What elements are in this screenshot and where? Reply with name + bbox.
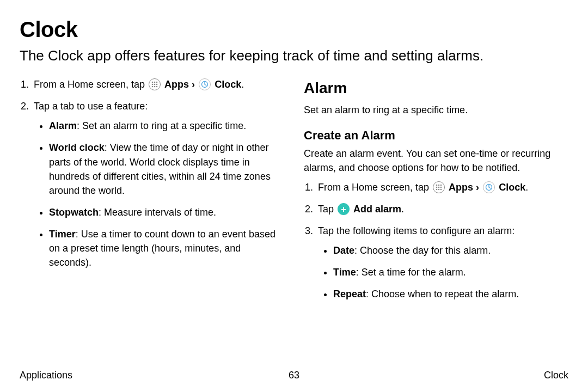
right-step-1: From a Home screen, tap Apps › Clock.	[316, 180, 568, 194]
add-alarm-label: Add alarm	[353, 204, 401, 215]
alarm-intro: Set an alarm to ring at a specific time.	[304, 103, 568, 117]
left-column: From a Home screen, tap Apps › Clock. Ta…	[20, 77, 284, 309]
step-text: Tap	[318, 204, 336, 215]
clock-icon	[199, 78, 211, 90]
right-step-3: Tap the following items to configure an …	[316, 224, 568, 301]
feature-desc: : Use a timer to count down to an event …	[49, 229, 275, 268]
left-step-1: From a Home screen, tap Apps › Clock.	[32, 77, 284, 91]
config-item: Time: Set a time for the alarm.	[333, 265, 568, 279]
feature-desc: : Set an alarm to ring at a specific tim…	[77, 120, 246, 131]
footer-right: Clock	[544, 370, 568, 381]
config-desc: : Choose the day for this alarm.	[354, 245, 491, 256]
feature-item: Alarm: Set an alarm to ring at a specifi…	[49, 119, 284, 133]
svg-point-10	[436, 185, 438, 186]
config-item: Date: Choose the day for this alarm.	[333, 243, 568, 258]
step-text: From a Home screen, tap	[34, 79, 148, 90]
svg-point-14	[438, 187, 440, 188]
clock-label: Clock	[499, 182, 525, 193]
config-name: Time	[333, 267, 356, 278]
svg-point-0	[152, 82, 154, 83]
create-alarm-heading: Create an Alarm	[304, 127, 568, 144]
create-alarm-intro: Create an alarm event. You can set one-t…	[304, 146, 568, 175]
feature-item: World clock: View the time of day or nig…	[49, 140, 284, 197]
feature-name: Timer	[49, 229, 76, 240]
svg-point-12	[440, 185, 442, 186]
footer-left: Applications	[20, 370, 72, 381]
clock-label: Clock	[215, 79, 241, 90]
feature-desc: : Measure intervals of time.	[99, 207, 216, 218]
footer-page-number: 63	[289, 370, 299, 381]
apps-label: Apps	[449, 182, 473, 193]
svg-point-2	[156, 82, 158, 83]
config-desc: : Choose when to repeat the alarm.	[366, 289, 519, 299]
svg-point-8	[156, 86, 158, 88]
left-step-2: Tap a tab to use a feature: Alarm: Set a…	[32, 99, 284, 270]
config-name: Repeat	[333, 289, 366, 299]
page-subtitle: The Clock app offers features for keepin…	[20, 47, 568, 64]
svg-point-17	[438, 189, 440, 191]
config-item: Repeat: Choose when to repeat the alarm.	[333, 287, 568, 301]
step-text: Tap a tab to use a feature:	[34, 101, 148, 112]
clock-icon	[483, 181, 495, 193]
apps-icon	[149, 78, 161, 90]
step-text: Tap the following items to configure an …	[318, 225, 514, 236]
alarm-heading: Alarm	[304, 77, 568, 100]
chevron-icon: ›	[192, 79, 195, 90]
config-name: Date	[333, 245, 354, 256]
svg-point-1	[154, 82, 156, 83]
right-steps-list: From a Home screen, tap Apps › Clock. Ta…	[304, 180, 568, 302]
feature-name: Stopwatch	[49, 207, 99, 218]
step-text: From a Home screen, tap	[318, 182, 432, 193]
svg-point-11	[438, 185, 440, 186]
svg-point-18	[440, 189, 442, 191]
content-columns: From a Home screen, tap Apps › Clock. Ta…	[20, 77, 568, 309]
apps-icon	[433, 181, 445, 193]
svg-point-4	[154, 84, 156, 85]
svg-point-7	[154, 86, 156, 88]
period: .	[241, 79, 244, 90]
left-steps-list: From a Home screen, tap Apps › Clock. Ta…	[20, 77, 284, 270]
feature-name: World clock	[49, 142, 105, 153]
features-list: Alarm: Set an alarm to ring at a specifi…	[34, 119, 284, 270]
svg-point-6	[152, 86, 154, 88]
period: .	[401, 204, 404, 215]
right-column: Alarm Set an alarm to ring at a specific…	[304, 77, 568, 309]
svg-point-13	[436, 187, 438, 188]
config-list: Date: Choose the day for this alarm. Tim…	[318, 243, 568, 301]
config-desc: : Set a time for the alarm.	[356, 267, 466, 278]
right-step-2: Tap + Add alarm.	[316, 202, 568, 216]
feature-item: Timer: Use a timer to count down to an e…	[49, 227, 284, 270]
period: .	[525, 182, 528, 193]
apps-label: Apps	[164, 79, 189, 90]
feature-item: Stopwatch: Measure intervals of time.	[49, 205, 284, 219]
chevron-icon: ›	[476, 182, 479, 193]
svg-point-3	[152, 84, 154, 85]
svg-point-16	[436, 189, 438, 191]
svg-point-15	[440, 187, 442, 188]
page-title: Clock	[20, 17, 568, 42]
page-footer: Applications 63 Clock	[20, 370, 568, 381]
add-icon: +	[338, 203, 350, 215]
svg-point-5	[156, 84, 158, 85]
feature-name: Alarm	[49, 120, 77, 131]
